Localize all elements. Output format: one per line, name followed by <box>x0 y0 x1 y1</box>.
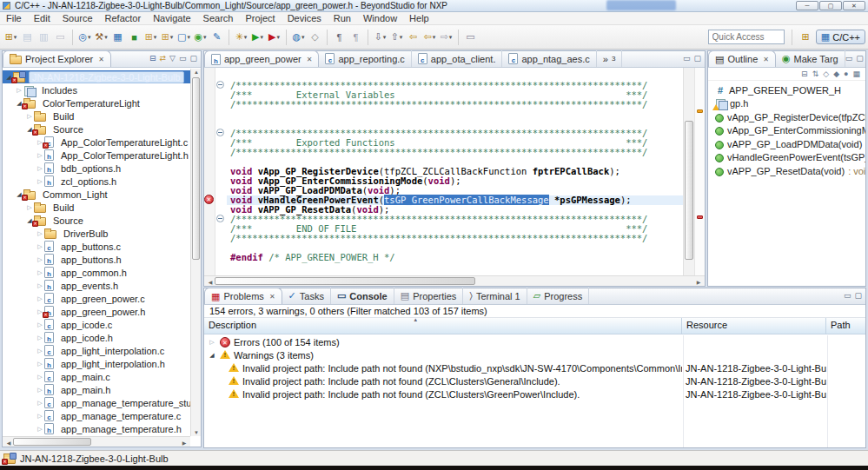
collapsed-arrow-icon[interactable]: ▷ <box>25 204 34 211</box>
tree-item[interactable]: ▷happ_light_interpolation.h <box>3 357 190 370</box>
sort-icon[interactable]: ⇅ <box>812 70 819 78</box>
explorer-horizontal-scrollbar[interactable]: ◀ ▶ <box>3 436 190 447</box>
restore-button[interactable]: ▢ <box>819 1 842 10</box>
collapse-all-icon[interactable]: ⊟ <box>801 70 808 78</box>
code-line[interactable] <box>227 109 683 119</box>
code-line[interactable]: #endif /* APP_GREEN_POWER_H */ <box>227 253 683 262</box>
code-editor[interactable]: /***************************************… <box>227 68 683 275</box>
tab-progress[interactable]: ▱Progress <box>527 288 590 304</box>
cpp-perspective-button[interactable]: ▦ C/C++ <box>816 30 865 44</box>
collapsed-arrow-icon[interactable]: ▷ <box>15 87 23 94</box>
new-cpp-project-button[interactable]: ⊞▾ <box>160 29 175 46</box>
tree-item[interactable]: ▷capp_main.c <box>3 370 190 383</box>
menu-run[interactable]: Run <box>328 12 357 25</box>
tree-item[interactable]: ▷happ_manage_temperature.h <box>3 422 190 435</box>
problem-row[interactable]: Invalid project path: Include path not f… <box>204 374 865 387</box>
menu-source[interactable]: Source <box>56 12 99 25</box>
collapsed-arrow-icon[interactable]: ▷ <box>36 413 44 420</box>
run-config-button[interactable]: ▶▾ <box>267 29 282 46</box>
menu-navigate[interactable]: Navigate <box>147 12 196 25</box>
code-line[interactable]: /***************************************… <box>227 234 683 243</box>
external-tools-button[interactable]: ◍▾ <box>291 29 306 46</box>
back-button[interactable]: ⇦▾ <box>422 29 437 46</box>
tree-item[interactable]: ◢✕Common_Light <box>3 188 190 201</box>
make-package-button[interactable]: ■ <box>127 29 142 46</box>
code-line[interactable]: /***************************************… <box>227 148 683 157</box>
hide-static-icon[interactable]: ◆ <box>833 70 839 78</box>
outline-item[interactable]: #APP_GREEN_POWER_H <box>708 83 865 97</box>
column-resource[interactable]: Resource <box>682 318 826 334</box>
menu-file[interactable]: File <box>0 12 28 25</box>
forward-button[interactable]: ⇨▾ <box>439 29 454 46</box>
outline-item[interactable]: vHandleGreenPowerEvent(tsGP_C <box>708 151 865 165</box>
column-path[interactable]: Path <box>826 318 865 334</box>
collapsed-arrow-icon[interactable]: ▷ <box>36 269 44 276</box>
new-class-button[interactable]: ▢▾ <box>176 29 191 46</box>
tree-item[interactable]: ◢✕Source <box>3 122 190 136</box>
collapse-all-icon[interactable]: ⊟ <box>149 50 156 67</box>
collapsed-arrow-icon[interactable]: ▷ <box>36 400 44 407</box>
tree-item[interactable]: ▷happ_main.h <box>3 383 190 396</box>
new-wizard-button[interactable]: ⊞▾ <box>3 29 18 46</box>
device-explorer-button[interactable]: ◎▾ <box>77 29 92 46</box>
tree-item[interactable]: ▷happ_icode.h <box>3 331 190 344</box>
tree-item[interactable]: ▷Build <box>3 201 190 214</box>
tree-item[interactable]: ▷hbdb_options.h <box>3 162 190 175</box>
hide-non-public-icon[interactable]: ● <box>844 70 848 78</box>
open-perspective-icon[interactable]: ⊞ <box>799 31 812 43</box>
collapsed-arrow-icon[interactable]: ▷ <box>36 256 44 263</box>
tree-item[interactable]: ▷capp_light_interpolation.c <box>3 344 190 357</box>
close-icon[interactable]: ✕ <box>269 293 275 301</box>
build-bin-button[interactable]: ▦ <box>110 29 125 46</box>
close-button[interactable]: ✕ <box>843 1 865 10</box>
show-whitespace-button[interactable]: ¶ <box>332 29 347 46</box>
last-edit-button[interactable]: ⇦ <box>406 29 421 46</box>
menu-edit[interactable]: Edit <box>28 12 56 25</box>
editor-vertical-scrollbar[interactable] <box>683 68 694 275</box>
tree-item[interactable]: ▷capp_manage_temperature.c <box>3 409 190 422</box>
new-c-project-button[interactable]: ⊞▾ <box>143 29 158 46</box>
collapsed-arrow-icon[interactable]: ▷ <box>36 282 44 289</box>
outline-item[interactable]: gp.h <box>708 97 865 111</box>
project-explorer-tab[interactable]: Project Explorer ✕ <box>3 50 111 67</box>
warning-marker[interactable] <box>697 109 703 113</box>
collapsed-arrow-icon[interactable]: ▷ <box>36 348 44 354</box>
minimize-button[interactable]: ─ <box>796 1 818 10</box>
quick-access-input[interactable] <box>708 30 785 44</box>
collapsed-arrow-icon[interactable]: ▷ <box>36 387 44 394</box>
column-description[interactable]: ▴ Description <box>204 318 682 334</box>
error-gutter-icon[interactable]: ✕ <box>204 195 214 204</box>
run-button[interactable]: ▶▾ <box>250 29 265 46</box>
fold-minus-icon[interactable] <box>216 129 224 136</box>
tab-problems[interactable]: ▦Problems✕ <box>204 288 282 304</box>
collapsed-arrow-icon[interactable]: ▷ <box>36 374 44 381</box>
minimize-icon[interactable]: ▭ <box>179 50 187 67</box>
problem-row[interactable]: ▷✕Errors (100 of 154 items) <box>204 335 865 348</box>
outline-item[interactable]: vApp_GP_EnterCommissioningMo <box>708 124 865 138</box>
editor-tab-app_green_power[interactable]: happ_green_power✕ <box>204 50 319 67</box>
editor-tab-app_ota_client-[interactable]: capp_ota_client. <box>412 50 503 67</box>
minimize-icon[interactable]: ▭ <box>844 288 851 304</box>
collapsed-arrow-icon[interactable]: ▷ <box>25 113 34 120</box>
maximize-icon[interactable]: ▢ <box>189 50 197 67</box>
collapsed-arrow-icon[interactable]: ▷ <box>36 243 44 250</box>
editor-tab-app_reporting-c[interactable]: capp_reporting.c <box>319 50 411 67</box>
tree-item[interactable]: ▷capp_buttons.c <box>3 240 190 253</box>
tree-item[interactable]: ▷hzcl_options.h <box>3 175 190 188</box>
tree-item[interactable]: ◢✕Source <box>3 214 190 227</box>
title-bar[interactable]: C/C++ - JN-AN-1218-Zigbee-3-0-Light-Bulb… <box>0 0 868 12</box>
hide-fields-icon[interactable]: ◇ <box>823 70 829 78</box>
tree-item[interactable]: ◢✕ColorTemperatureLight <box>3 96 190 109</box>
collapsed-arrow-icon[interactable]: ▷ <box>36 178 44 185</box>
menu-help[interactable]: Help <box>403 12 435 25</box>
problem-row[interactable]: Invalid project path: Include path not f… <box>204 387 865 400</box>
flash-button[interactable]: ✳▾ <box>234 29 248 46</box>
collapsed-arrow-icon[interactable]: ▷ <box>208 339 216 346</box>
minimize-icon[interactable]: ▭ <box>845 50 853 67</box>
outline-item[interactable]: vApp_GP_RegisterDevice(tfpZCL_ <box>708 110 865 124</box>
expanded-arrow-icon[interactable]: ◢ <box>208 352 216 359</box>
tab-terminal-1[interactable]: 〉Terminal 1 <box>463 288 527 304</box>
code-line[interactable]: /***************************************… <box>227 100 683 109</box>
error-marker[interactable] <box>697 215 703 219</box>
collapsed-arrow-icon[interactable]: ▷ <box>36 426 44 433</box>
